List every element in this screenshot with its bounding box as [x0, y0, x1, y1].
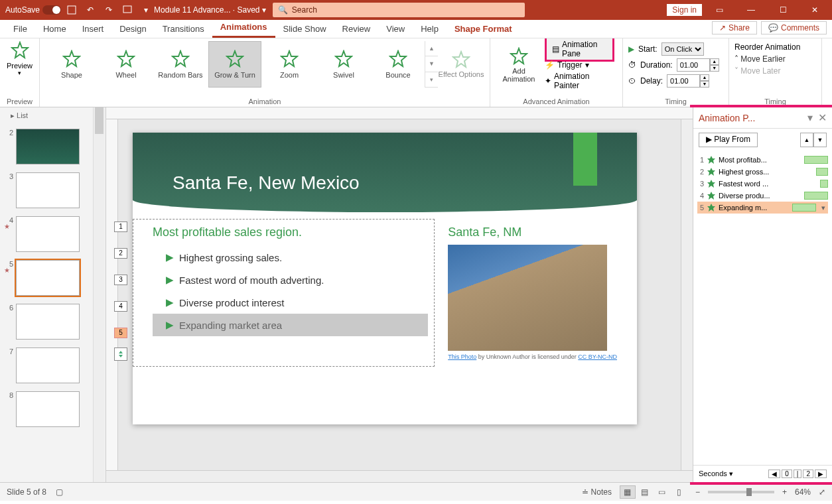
save-icon[interactable] [64, 2, 80, 18]
svg-marker-8 [336, 51, 352, 66]
anim-item-3[interactable]: 3Fastest word ... [697, 178, 828, 190]
tab-help[interactable]: Help [413, 20, 447, 38]
svg-marker-2 [12, 42, 28, 58]
move-up-icon[interactable]: ▲ [800, 133, 813, 147]
qat-more-icon[interactable]: ▾ [138, 2, 154, 18]
anim-item-1[interactable]: 1Most profitab... [697, 154, 828, 166]
move-later-button: ˅ Move Later [734, 65, 816, 77]
anim-tag-5[interactable]: 5 [114, 328, 127, 338]
anim-tag-3[interactable]: 3 [114, 275, 127, 285]
tab-review[interactable]: Review [334, 20, 379, 38]
animation-painter-button[interactable]: ✦ Animation Painter [542, 73, 617, 89]
anim-item-menu-icon[interactable]: ▾ [819, 204, 828, 212]
slide-thumb-2[interactable]: 2 [4, 129, 89, 164]
anim-item-4[interactable]: 4Diverse produ... [697, 190, 828, 202]
anim-tag-2[interactable]: 2 [114, 248, 127, 259]
time-range-stepper[interactable]: ◀ 0 | 2 ▶ [768, 470, 827, 478]
range-left-icon[interactable]: ◀ [768, 470, 780, 478]
effect-wheel[interactable]: Wheel [100, 41, 153, 88]
anim-item-5[interactable]: 5Expanding m...▾ [697, 202, 828, 214]
effect-grow-turn[interactable]: Grow & Turn [208, 41, 261, 88]
pane-menu-icon[interactable]: ▾ [807, 111, 813, 124]
anim-tag-1[interactable]: 1 [114, 221, 127, 232]
effect-random-bars[interactable]: Random Bars [154, 41, 207, 88]
thumbnail-scrollbar[interactable] [93, 107, 105, 482]
redo-icon[interactable]: ↷ [101, 2, 117, 18]
delay-spinner[interactable]: ▲▼ [667, 74, 709, 88]
range-right-icon[interactable]: ▶ [815, 470, 827, 478]
comments-button[interactable]: 💬 Comments [761, 21, 827, 34]
gallery-more-icon[interactable]: ▾ [425, 72, 438, 88]
tab-insert[interactable]: Insert [74, 20, 112, 38]
slide-canvas[interactable]: Santa Fe, New Mexico 1 2 3 4 5 Most prof… [133, 133, 637, 424]
sign-in-button[interactable]: Sign in [667, 4, 702, 16]
minimize-icon[interactable]: — [736, 0, 766, 20]
animation-pane: Animation P... ▾ ✕ ▶ Play From ▲▼ 1Most … [693, 107, 832, 482]
share-button[interactable]: ↗ Share [712, 21, 757, 34]
notes-button[interactable]: ≐ Notes [582, 487, 612, 497]
gallery-down-icon[interactable]: ▼ [425, 56, 438, 72]
search-input[interactable]: 🔍 Search [273, 3, 525, 17]
anim-item-2[interactable]: 2Highest gross... [697, 166, 828, 178]
tab-transitions[interactable]: Transitions [155, 20, 212, 38]
effect-bounce[interactable]: Bounce [372, 41, 425, 88]
animation-pane-button[interactable]: ▤ Animation Pane [545, 36, 614, 62]
zoom-out-icon[interactable]: − [695, 487, 700, 497]
seconds-dropdown[interactable]: Seconds ▾ [699, 470, 733, 478]
content-textbox[interactable]: 1 2 3 4 5 Most profitable sales region. … [153, 225, 428, 360]
reorder-handle-icon[interactable] [114, 347, 127, 361]
animation-gallery: Shape Wheel Random Bars Grow & Turn Zoom… [45, 41, 425, 88]
start-from-beginning-icon[interactable] [119, 2, 135, 18]
svg-rect-0 [68, 6, 76, 14]
normal-view-icon[interactable]: ▦ [620, 485, 636, 499]
preview-button[interactable]: Preview ▾ [7, 41, 33, 76]
ribbon-display-icon[interactable]: ▭ [705, 0, 734, 20]
slideshow-view-icon[interactable]: ▯ [671, 485, 687, 499]
move-down-icon[interactable]: ▼ [813, 133, 827, 147]
license-link[interactable]: CC BY-NC-ND [578, 353, 617, 360]
editor-scrollbar-horizontal[interactable] [106, 470, 693, 482]
svg-marker-6 [227, 51, 243, 66]
slide-thumb-7[interactable]: 7 [4, 347, 89, 383]
tab-design[interactable]: Design [111, 20, 154, 38]
move-earlier-button[interactable]: ˄ Move Earlier [734, 53, 816, 65]
effect-swivel[interactable]: Swivel [317, 41, 370, 88]
slide-thumb-8[interactable]: 8 [4, 391, 89, 427]
animation-pane-title: Animation P... [699, 113, 755, 123]
autosave-toggle[interactable]: AutoSave [5, 5, 61, 15]
editor-scrollbar-vertical[interactable] [681, 119, 693, 470]
svg-marker-9 [390, 51, 406, 66]
slide-thumb-4[interactable]: 4★ [4, 216, 89, 252]
tab-animations[interactable]: Animations [212, 18, 275, 38]
play-from-button[interactable]: ▶ Play From [699, 133, 758, 147]
slide-thumb-3[interactable]: 3 [4, 172, 89, 208]
anim-tag-4[interactable]: 4 [114, 301, 127, 312]
photo-link[interactable]: This Photo [448, 353, 476, 360]
tab-home[interactable]: Home [35, 20, 74, 38]
undo-icon[interactable]: ↶ [82, 2, 98, 18]
tab-shape-format[interactable]: Shape Format [447, 20, 520, 38]
fit-to-window-icon[interactable]: ⤢ [819, 487, 825, 497]
close-icon[interactable]: ✕ [800, 0, 829, 20]
svg-marker-7 [281, 51, 297, 66]
maximize-icon[interactable]: ☐ [768, 0, 797, 20]
slide-thumb-5[interactable]: 5★ [4, 260, 89, 296]
zoom-in-icon[interactable]: + [782, 487, 787, 497]
add-animation-button[interactable]: Add Animation [496, 41, 542, 89]
zoom-level[interactable]: 64% [795, 487, 811, 497]
accessibility-icon[interactable]: ▢ [56, 487, 63, 497]
duration-spinner[interactable]: ▲▼ [677, 58, 719, 72]
star-icon [226, 50, 244, 68]
effect-zoom[interactable]: Zoom [263, 41, 316, 88]
tab-file[interactable]: File [5, 20, 35, 38]
effect-shape[interactable]: Shape [45, 41, 98, 88]
slide-thumb-6[interactable]: 6 [4, 304, 89, 340]
slide-sorter-icon[interactable]: ▤ [637, 485, 653, 499]
zoom-slider[interactable] [708, 491, 774, 493]
tab-slideshow[interactable]: Slide Show [275, 20, 334, 38]
start-select[interactable]: On Click [661, 42, 704, 56]
tab-view[interactable]: View [378, 20, 413, 38]
gallery-up-icon[interactable]: ▲ [425, 41, 438, 56]
pane-close-icon[interactable]: ✕ [818, 111, 827, 124]
reading-view-icon[interactable]: ▭ [654, 485, 670, 499]
